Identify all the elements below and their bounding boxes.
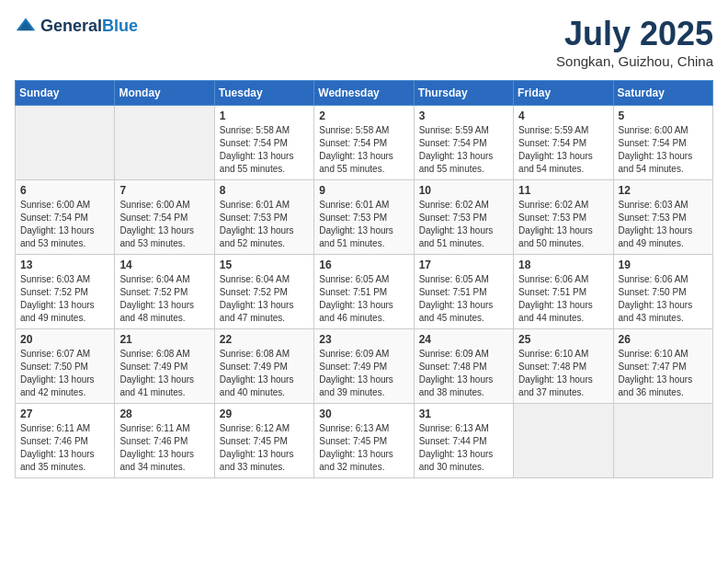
- calendar-cell: 25 Sunrise: 6:10 AM Sunset: 7:48 PM Dayl…: [514, 329, 613, 404]
- sunrise-text: Sunrise: 6:13 AM: [319, 423, 389, 433]
- calendar-cell: 17 Sunrise: 6:05 AM Sunset: 7:51 PM Dayl…: [414, 255, 513, 329]
- day-number: 10: [419, 184, 508, 197]
- calendar-cell: [115, 106, 214, 180]
- sunrise-text: Sunrise: 6:05 AM: [419, 274, 489, 284]
- daylight-text: Daylight: 13 hours and 43 minutes.: [619, 300, 693, 323]
- day-number: 21: [119, 333, 209, 346]
- daylight-text: Daylight: 13 hours and 40 minutes.: [220, 374, 294, 397]
- daylight-text: Daylight: 13 hours and 45 minutes.: [419, 300, 494, 323]
- weekday-header-sunday: Sunday: [16, 81, 115, 106]
- daylight-text: Daylight: 13 hours and 44 minutes.: [518, 300, 593, 323]
- calendar-cell: 26 Sunrise: 6:10 AM Sunset: 7:47 PM Dayl…: [613, 329, 712, 404]
- day-info: Sunrise: 6:09 AM Sunset: 7:48 PM Dayligh…: [419, 348, 508, 399]
- daylight-text: Daylight: 13 hours and 52 minutes.: [220, 225, 294, 248]
- calendar-cell: 12 Sunrise: 6:03 AM Sunset: 7:53 PM Dayl…: [613, 180, 712, 255]
- calendar-cell: 18 Sunrise: 6:06 AM Sunset: 7:51 PM Dayl…: [514, 255, 613, 329]
- sunset-text: Sunset: 7:50 PM: [20, 362, 88, 372]
- daylight-text: Daylight: 13 hours and 42 minutes.: [20, 374, 95, 397]
- daylight-text: Daylight: 13 hours and 33 minutes.: [220, 449, 294, 472]
- sunset-text: Sunset: 7:45 PM: [319, 436, 387, 446]
- day-number: 12: [619, 184, 708, 197]
- day-info: Sunrise: 6:13 AM Sunset: 7:44 PM Dayligh…: [419, 422, 508, 474]
- day-info: Sunrise: 6:00 AM Sunset: 7:54 PM Dayligh…: [20, 199, 109, 250]
- sunset-text: Sunset: 7:54 PM: [20, 213, 88, 223]
- sunset-text: Sunset: 7:46 PM: [20, 436, 88, 446]
- calendar-cell: 29 Sunrise: 6:12 AM Sunset: 7:45 PM Dayl…: [214, 404, 313, 478]
- day-number: 2: [319, 109, 408, 122]
- day-number: 3: [419, 109, 508, 122]
- day-info: Sunrise: 6:10 AM Sunset: 7:47 PM Dayligh…: [619, 348, 708, 399]
- sunrise-text: Sunrise: 6:08 AM: [119, 349, 189, 359]
- daylight-text: Daylight: 13 hours and 41 minutes.: [119, 374, 194, 397]
- sunset-text: Sunset: 7:51 PM: [319, 287, 387, 297]
- sunset-text: Sunset: 7:54 PM: [619, 138, 687, 148]
- daylight-text: Daylight: 13 hours and 55 minutes.: [220, 151, 294, 174]
- calendar-week-row: 6 Sunrise: 6:00 AM Sunset: 7:54 PM Dayli…: [16, 180, 713, 255]
- page-header: GeneralBlue July 2025 Songkan, Guizhou, …: [15, 15, 713, 69]
- calendar-cell: 4 Sunrise: 5:59 AM Sunset: 7:54 PM Dayli…: [514, 106, 613, 180]
- sunrise-text: Sunrise: 6:11 AM: [20, 423, 90, 433]
- sunrise-text: Sunrise: 6:13 AM: [419, 423, 489, 433]
- day-number: 18: [518, 259, 608, 271]
- logo-text-blue: Blue: [102, 17, 138, 35]
- sunset-text: Sunset: 7:51 PM: [419, 287, 487, 297]
- day-info: Sunrise: 5:58 AM Sunset: 7:54 PM Dayligh…: [319, 124, 408, 176]
- day-number: 28: [119, 408, 209, 420]
- sunset-text: Sunset: 7:54 PM: [419, 138, 487, 148]
- day-number: 7: [119, 184, 209, 197]
- day-info: Sunrise: 6:01 AM Sunset: 7:53 PM Dayligh…: [220, 199, 309, 250]
- sunset-text: Sunset: 7:54 PM: [518, 138, 586, 148]
- title-block: July 2025 Songkan, Guizhou, China: [556, 15, 713, 69]
- calendar-week-row: 13 Sunrise: 6:03 AM Sunset: 7:52 PM Dayl…: [16, 255, 713, 329]
- calendar-week-row: 27 Sunrise: 6:11 AM Sunset: 7:46 PM Dayl…: [16, 404, 713, 478]
- day-number: 15: [220, 259, 309, 271]
- day-number: 4: [518, 109, 608, 122]
- day-info: Sunrise: 6:05 AM Sunset: 7:51 PM Dayligh…: [419, 273, 508, 325]
- day-number: 24: [419, 333, 508, 346]
- day-info: Sunrise: 6:09 AM Sunset: 7:49 PM Dayligh…: [319, 348, 408, 399]
- day-number: 20: [20, 333, 109, 346]
- day-number: 14: [119, 259, 209, 271]
- sunset-text: Sunset: 7:49 PM: [220, 362, 288, 372]
- daylight-text: Daylight: 13 hours and 39 minutes.: [319, 374, 393, 397]
- calendar-cell: 2 Sunrise: 5:58 AM Sunset: 7:54 PM Dayli…: [314, 106, 414, 180]
- calendar-cell: 19 Sunrise: 6:06 AM Sunset: 7:50 PM Dayl…: [613, 255, 712, 329]
- sunrise-text: Sunrise: 6:04 AM: [119, 274, 189, 284]
- day-number: 26: [619, 333, 708, 346]
- daylight-text: Daylight: 13 hours and 48 minutes.: [119, 300, 194, 323]
- daylight-text: Daylight: 13 hours and 51 minutes.: [419, 225, 494, 248]
- calendar-cell: 22 Sunrise: 6:08 AM Sunset: 7:49 PM Dayl…: [214, 329, 313, 404]
- sunset-text: Sunset: 7:48 PM: [518, 362, 586, 372]
- day-number: 27: [20, 408, 109, 420]
- day-info: Sunrise: 5:58 AM Sunset: 7:54 PM Dayligh…: [220, 124, 309, 176]
- daylight-text: Daylight: 13 hours and 32 minutes.: [319, 449, 393, 472]
- sunset-text: Sunset: 7:47 PM: [619, 362, 687, 372]
- weekday-header-friday: Friday: [514, 81, 613, 106]
- sunrise-text: Sunrise: 6:06 AM: [619, 274, 688, 284]
- day-info: Sunrise: 6:02 AM Sunset: 7:53 PM Dayligh…: [419, 199, 508, 250]
- day-number: 19: [619, 259, 708, 271]
- weekday-header-saturday: Saturday: [613, 81, 712, 106]
- day-info: Sunrise: 6:04 AM Sunset: 7:52 PM Dayligh…: [119, 273, 209, 325]
- sunrise-text: Sunrise: 6:03 AM: [619, 200, 688, 210]
- sunset-text: Sunset: 7:45 PM: [220, 436, 288, 446]
- calendar-cell: 21 Sunrise: 6:08 AM Sunset: 7:49 PM Dayl…: [115, 329, 214, 404]
- day-info: Sunrise: 6:01 AM Sunset: 7:53 PM Dayligh…: [319, 199, 408, 250]
- sunset-text: Sunset: 7:53 PM: [319, 213, 387, 223]
- sunset-text: Sunset: 7:46 PM: [119, 436, 188, 446]
- daylight-text: Daylight: 13 hours and 55 minutes.: [319, 151, 393, 174]
- calendar-cell: 13 Sunrise: 6:03 AM Sunset: 7:52 PM Dayl…: [16, 255, 115, 329]
- calendar-cell: 15 Sunrise: 6:04 AM Sunset: 7:52 PM Dayl…: [214, 255, 313, 329]
- daylight-text: Daylight: 13 hours and 54 minutes.: [518, 151, 593, 174]
- sunset-text: Sunset: 7:52 PM: [119, 287, 188, 297]
- sunrise-text: Sunrise: 6:11 AM: [119, 423, 189, 433]
- daylight-text: Daylight: 13 hours and 35 minutes.: [20, 449, 95, 472]
- daylight-text: Daylight: 13 hours and 55 minutes.: [419, 151, 494, 174]
- sunrise-text: Sunrise: 6:03 AM: [20, 274, 90, 284]
- sunset-text: Sunset: 7:54 PM: [319, 138, 387, 148]
- daylight-text: Daylight: 13 hours and 51 minutes.: [319, 225, 393, 248]
- calendar-cell: [613, 404, 712, 478]
- calendar-cell: 14 Sunrise: 6:04 AM Sunset: 7:52 PM Dayl…: [115, 255, 214, 329]
- calendar-header-row: SundayMondayTuesdayWednesdayThursdayFrid…: [16, 81, 713, 106]
- day-info: Sunrise: 5:59 AM Sunset: 7:54 PM Dayligh…: [419, 124, 508, 176]
